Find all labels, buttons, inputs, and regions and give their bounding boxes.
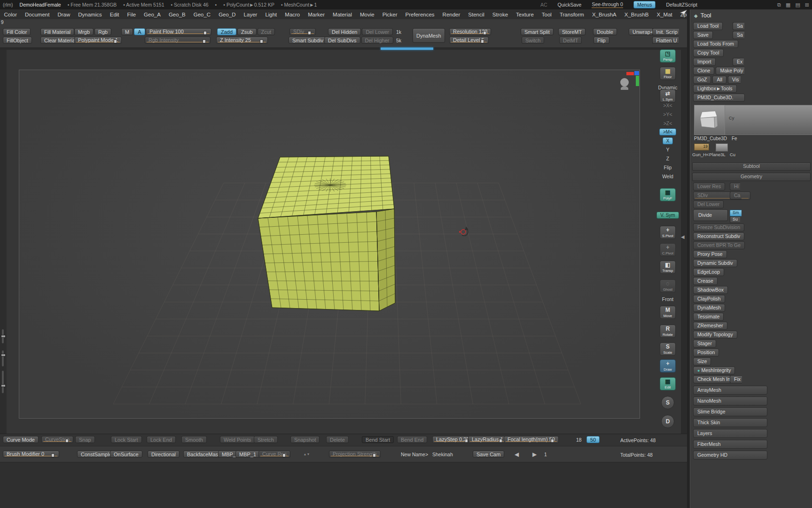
brush-bar-brush-modifier-0[interactable]: Brush Modifier 0 <box>3 451 59 458</box>
tool-button-make-poly[interactable]: Make Poly <box>716 67 744 75</box>
tray-collapse-arrow[interactable]: ◀ <box>681 234 685 239</box>
tool-button-lightbox-tools[interactable]: Lightbox►Tools <box>693 85 737 93</box>
geometry-button-reconstruct-subdiv[interactable]: Reconstruct Subdiv <box>693 232 744 240</box>
geometry-button-shadowbox[interactable]: ShadowBox <box>693 286 728 294</box>
subpalette-geometry-hd[interactable]: Geometry HD <box>693 451 767 460</box>
menu-draw[interactable]: Draw <box>54 12 74 17</box>
menu-geo-b[interactable]: Geo_B <box>164 12 189 17</box>
rightshelf-y[interactable]: Y <box>666 147 669 152</box>
menu-texture[interactable]: Texture <box>512 12 538 17</box>
shelf-button-flip[interactable]: Flip <box>593 37 609 44</box>
geometry-button-divide[interactable]: Divide <box>693 209 728 221</box>
tool-button-load-tool[interactable]: Load Tool <box>693 22 723 30</box>
document-canvas[interactable] <box>19 70 640 419</box>
menu-tool[interactable]: Tool <box>538 12 555 17</box>
geometry-button-modify-topology[interactable]: Modify Topology <box>693 331 737 339</box>
curve-bar-bend-start[interactable]: Bend Start <box>362 436 394 443</box>
shelf-button-delmt[interactable]: DelMT <box>559 37 582 44</box>
curve-bar-curvestep[interactable]: CurveStep <box>41 436 73 443</box>
subpalette-arraymesh[interactable]: ArrayMesh <box>693 386 767 395</box>
brush-bar-directional[interactable]: Directional <box>148 451 180 458</box>
geometry-button-tessimate[interactable]: Tessimate <box>693 313 724 321</box>
edit-icon[interactable]: ▦Edit <box>660 377 676 390</box>
doc-icon[interactable]: D <box>661 415 674 428</box>
tool-button-sa[interactable]: Sa <box>733 22 744 30</box>
shelf-button-fillobject[interactable]: FillObject <box>3 37 32 44</box>
shelf-button-mrgb[interactable]: Mrgb <box>74 28 94 35</box>
tool-button-import[interactable]: Import <box>693 58 716 66</box>
geometry-button-hi[interactable]: Hi <box>730 183 740 190</box>
titlebar-button-see-through-0[interactable]: See-through 0 <box>592 1 623 8</box>
brush-bar-onsurface[interactable]: OnSurface <box>110 451 142 458</box>
shelf-button-del-lower[interactable]: Del Lower <box>362 28 393 35</box>
tool-button-clone[interactable]: Clone <box>693 67 714 75</box>
brush-bar-save-cam[interactable]: Save Cam <box>473 451 504 458</box>
menu-layer[interactable]: Layer <box>240 12 261 17</box>
lsym-icon[interactable]: ⇄L.Sym <box>660 89 676 103</box>
menu-stroke[interactable]: Stroke <box>488 12 512 17</box>
rightshelf-z[interactable]: >Z< <box>664 120 672 126</box>
shelf-button-polypaint-mode-1[interactable]: Polypaint Mode 1 <box>74 37 122 44</box>
shelf-button-fill-material[interactable]: Fill Material <box>40 28 74 35</box>
rightshelf-flip[interactable]: Flip <box>664 165 672 170</box>
geometry-button-del-lower[interactable]: Del Lower <box>693 200 724 208</box>
brush-bar-item[interactable]: ▶ <box>529 451 540 458</box>
tool-button-load-tools-from[interactable]: Load Tools From <box>693 40 738 48</box>
shelf-button-z-intensity-25[interactable]: Z Intensity 25 <box>216 37 268 44</box>
rotate-icon[interactable]: RRotate <box>660 325 676 338</box>
curve-bar-curve-mode[interactable]: Curve Mode <box>3 436 39 443</box>
menu-macro[interactable]: Macro <box>281 12 304 17</box>
geometry-button-meshintegrity[interactable]: ●MeshIntegrity <box>693 366 735 374</box>
subpalette-fibermesh[interactable]: FiberMesh <box>693 440 767 449</box>
geometry-button-freeze-subdivision[interactable]: Freeze SubDivision <box>693 223 744 231</box>
section-subtool[interactable]: Subtool <box>692 162 811 171</box>
shelf-button-zadd[interactable]: Zadd <box>217 28 236 35</box>
titlebar-button-ac[interactable]: AC <box>540 2 547 8</box>
titlebar-button-defaultzscript[interactable]: DefaultZScript <box>666 2 697 8</box>
menu-material[interactable]: Material <box>329 12 356 17</box>
shelf-button-double[interactable]: Double <box>593 28 617 35</box>
shelf-button-1k[interactable]: 1k <box>395 28 402 35</box>
slider-handle[interactable] <box>1 384 6 387</box>
menu-preferences[interactable]: Preferences <box>401 12 438 17</box>
shelf-button-del-hidden[interactable]: Del Hidden <box>328 28 361 35</box>
curve-bar-smooth[interactable]: Smooth <box>181 436 207 443</box>
clear-pivot-icon[interactable]: +C.Pivot <box>660 243 676 256</box>
slider-handle[interactable] <box>1 335 6 338</box>
panel-icon[interactable]: ▤ <box>795 2 800 8</box>
tool-button-goz[interactable]: GoZ <box>693 76 711 84</box>
shelf-button-sdiv[interactable]: SDiv <box>289 28 316 35</box>
brush-bar-mbp-1[interactable]: MBP_1 <box>235 451 260 458</box>
left-slider-3[interactable] <box>2 371 4 393</box>
tool-button-copy-tool[interactable]: Copy Tool <box>693 49 724 57</box>
shelf-button-zsub[interactable]: Zsub <box>237 28 256 35</box>
geometry-button-ca[interactable]: Ca <box>730 191 742 199</box>
brush-bar-item[interactable]: ▴▾ <box>301 451 314 458</box>
geometry-button-size[interactable]: Size <box>693 357 711 365</box>
tool-button-all[interactable]: All <box>712 76 726 84</box>
menu-color[interactable]: Color <box>0 12 21 17</box>
shelf-button-init-scrip[interactable]: Init. Scrip <box>652 28 679 35</box>
geometry-button-position[interactable]: Position <box>693 349 719 357</box>
titlebar-button-quicksave[interactable]: QuickSave <box>558 2 582 8</box>
tool-button-sa[interactable]: Sa <box>733 31 744 39</box>
rightshelf-m[interactable]: >M< <box>659 128 676 135</box>
curve-bar-delete[interactable]: Delete <box>326 436 349 443</box>
tool-thumbnail-plane[interactable] <box>716 143 728 151</box>
menu-document[interactable]: Document <box>21 12 53 17</box>
polyframe-icon[interactable]: ▦PolyF <box>660 188 676 201</box>
menu-x-mat[interactable]: X_Mat <box>653 12 676 17</box>
scale-icon[interactable]: SScale <box>660 342 676 356</box>
shelf-button-rgb[interactable]: Rgb <box>94 28 111 35</box>
camera-head-icon[interactable] <box>620 78 629 90</box>
tool-button-pm3d-cube3d[interactable]: PM3D_Cube3D. <box>693 94 745 102</box>
tool-thumbnail-gun[interactable]: 19 <box>694 143 709 151</box>
section-geometry[interactable]: Geometry <box>692 173 811 181</box>
solo-icon[interactable]: S <box>661 396 674 409</box>
rightshelf-y[interactable]: >Y< <box>663 111 672 117</box>
subpalette-layers[interactable]: Layers <box>693 429 767 438</box>
geometry-button-claypolish[interactable]: ClayPolish <box>693 295 725 303</box>
geometry-button-convert-bpr-to-ge[interactable]: Convert BPR To Ge <box>693 241 745 249</box>
shelf-button-rgb-intensity[interactable]: Rgb Intensity <box>145 37 211 44</box>
subpalette-nanomesh[interactable]: NanoMesh <box>693 397 767 405</box>
